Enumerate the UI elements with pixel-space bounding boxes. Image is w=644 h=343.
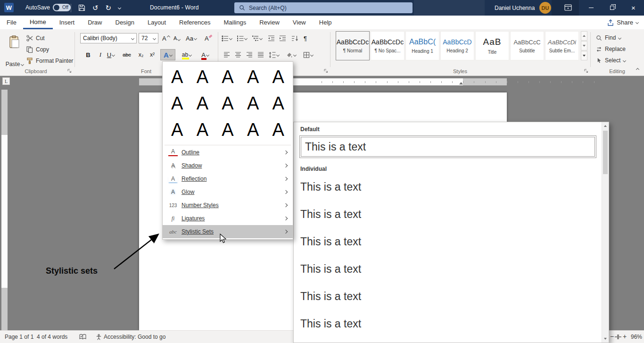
- collapse-ribbon-button[interactable]: [636, 64, 639, 73]
- style-heading-2[interactable]: AaBbCcD Heading 2: [440, 31, 474, 60]
- effect-swatch[interactable]: A: [171, 68, 183, 86]
- share-button[interactable]: Share: [607, 16, 638, 29]
- numbering-button[interactable]: [237, 33, 247, 43]
- paragraph-dialog-launcher[interactable]: [323, 68, 328, 73]
- scroll-down-button[interactable]: [602, 335, 609, 343]
- align-right-button[interactable]: [244, 49, 255, 60]
- proofing-status-icon[interactable]: [79, 334, 86, 340]
- tab-stop-selector[interactable]: L: [2, 77, 10, 85]
- close-button[interactable]: ×: [623, 0, 644, 16]
- effect-swatch[interactable]: A: [171, 94, 183, 112]
- stylistic-set-option-5[interactable]: This is a text: [300, 283, 594, 310]
- font-name-combobox[interactable]: Calibri (Body): [80, 33, 137, 43]
- flyout-scrollbar[interactable]: [602, 122, 609, 343]
- user-avatar[interactable]: DU: [539, 2, 551, 14]
- text-effects-button[interactable]: A: [160, 49, 175, 60]
- justify-button[interactable]: [256, 49, 266, 60]
- borders-button[interactable]: [303, 49, 313, 60]
- scroll-up-button[interactable]: [602, 122, 609, 130]
- effect-swatch[interactable]: A: [247, 68, 259, 86]
- word-count[interactable]: 4 of 4 words: [37, 334, 67, 340]
- tab-file[interactable]: File: [0, 16, 23, 29]
- effect-swatch[interactable]: A: [272, 94, 284, 112]
- menu-item-outline[interactable]: A Outline: [163, 146, 293, 159]
- tab-insert[interactable]: Insert: [53, 16, 82, 29]
- show-formatting-button[interactable]: ¶: [304, 33, 307, 43]
- tab-layout[interactable]: Layout: [141, 16, 173, 29]
- accessibility-status[interactable]: Accessibility: Good to go: [104, 334, 165, 340]
- italic-button[interactable]: I: [95, 49, 106, 60]
- decrease-indent-button[interactable]: [268, 33, 275, 43]
- menu-item-ligatures[interactable]: fi Ligatures: [163, 212, 293, 225]
- strikethrough-button[interactable]: abc: [122, 49, 132, 60]
- effect-swatch[interactable]: A: [197, 68, 208, 86]
- autosave-toggle[interactable]: AutoSave Off: [25, 4, 71, 11]
- right-indent-marker[interactable]: [459, 82, 463, 84]
- undo-icon[interactable]: ↺: [92, 4, 99, 11]
- accessibility-icon[interactable]: [96, 334, 102, 340]
- font-color-button[interactable]: A: [198, 49, 212, 60]
- scrollbar-thumb[interactable]: [603, 131, 608, 174]
- subscript-button[interactable]: x₂: [136, 49, 146, 60]
- styles-scroll-up-button[interactable]: [581, 31, 587, 41]
- user-name[interactable]: Daniel Uchenna: [495, 5, 535, 11]
- underline-button[interactable]: U: [106, 49, 116, 60]
- format-painter-button[interactable]: Format Painter: [26, 56, 73, 66]
- tab-home[interactable]: Home: [23, 16, 53, 29]
- clipboard-dialog-launcher[interactable]: [67, 68, 72, 73]
- bullets-button[interactable]: [222, 33, 232, 43]
- menu-item-shadow[interactable]: A Shadow: [163, 159, 293, 172]
- paste-button[interactable]: Paste: [4, 32, 25, 69]
- tab-references[interactable]: References: [173, 16, 217, 29]
- tab-draw[interactable]: Draw: [81, 16, 108, 29]
- stylistic-set-option-4[interactable]: This is a text: [300, 255, 594, 283]
- menu-item-number-styles[interactable]: 123 Number Styles: [163, 199, 293, 212]
- style-heading-1[interactable]: AaBbC( Heading 1: [405, 31, 439, 60]
- stylistic-set-option-1[interactable]: This is a text: [300, 173, 594, 201]
- effect-swatch[interactable]: A: [272, 121, 284, 139]
- align-left-button[interactable]: [222, 49, 232, 60]
- effect-swatch[interactable]: A: [222, 68, 233, 86]
- stylistic-set-option-2[interactable]: This is a text: [300, 201, 594, 228]
- bold-button[interactable]: B: [83, 49, 93, 60]
- style-normal[interactable]: AaBbCcDc ¶ Normal: [336, 31, 370, 60]
- zoom-in-button[interactable]: +: [623, 333, 627, 340]
- replace-button[interactable]: Replace: [596, 44, 626, 54]
- zoom-slider-thumb[interactable]: [617, 335, 619, 339]
- find-button[interactable]: Find: [596, 33, 621, 42]
- word-app-icon[interactable]: W: [4, 2, 14, 13]
- ribbon-display-options-icon[interactable]: [564, 4, 572, 11]
- effect-swatch[interactable]: A: [171, 121, 183, 139]
- grow-font-button[interactable]: A: [162, 33, 170, 43]
- default-stylistic-set-option[interactable]: This is a text: [299, 135, 596, 158]
- stylistic-set-option-3[interactable]: This is a text: [300, 228, 594, 255]
- tab-view[interactable]: View: [286, 16, 313, 29]
- font-size-combobox[interactable]: 72: [139, 33, 158, 43]
- menu-item-reflection[interactable]: A Reflection: [163, 172, 293, 185]
- superscript-button[interactable]: x²: [147, 49, 157, 60]
- tab-mailings[interactable]: Mailings: [217, 16, 253, 29]
- zoom-level[interactable]: 96%: [631, 334, 642, 340]
- tab-design[interactable]: Design: [109, 16, 141, 29]
- menu-item-glow[interactable]: A Glow: [163, 185, 293, 199]
- autosave-switch[interactable]: Off: [53, 4, 71, 11]
- redo-icon[interactable]: ↻: [106, 4, 112, 11]
- effect-swatch[interactable]: A: [197, 94, 208, 112]
- copy-button[interactable]: Copy: [26, 45, 49, 54]
- align-center-button[interactable]: [233, 49, 243, 60]
- shading-button[interactable]: [286, 49, 296, 60]
- restore-button[interactable]: [602, 0, 623, 16]
- tab-review[interactable]: Review: [253, 16, 286, 29]
- cut-button[interactable]: Cut: [26, 33, 45, 43]
- style-subtle-emphasis[interactable]: AaBbCcDi Subtle Em...: [545, 31, 579, 60]
- qat-customize-chevron-icon[interactable]: [118, 6, 121, 9]
- line-spacing-button[interactable]: [269, 49, 279, 60]
- effect-swatch[interactable]: A: [272, 68, 284, 86]
- style-title[interactable]: AaB Title: [475, 31, 509, 60]
- tab-help[interactable]: Help: [313, 16, 339, 29]
- clear-formatting-button[interactable]: A: [205, 33, 212, 43]
- styles-dialog-launcher[interactable]: [584, 68, 588, 73]
- vertical-ruler[interactable]: [1, 90, 8, 330]
- select-button[interactable]: Select: [596, 56, 626, 65]
- increase-indent-button[interactable]: [279, 33, 286, 43]
